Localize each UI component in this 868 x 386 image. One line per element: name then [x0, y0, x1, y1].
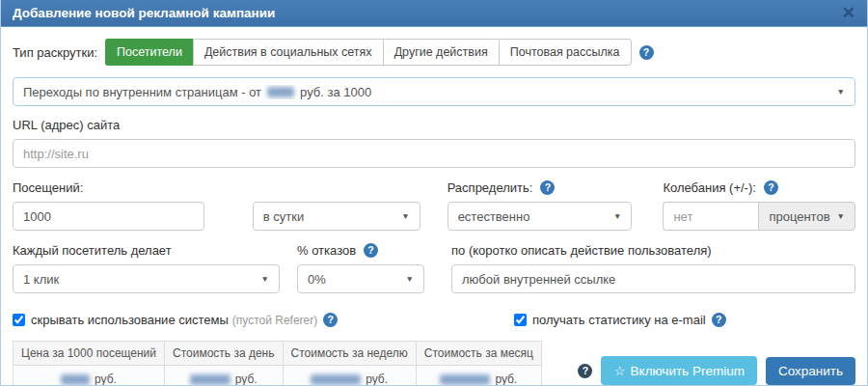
close-icon[interactable]: ✕	[842, 5, 855, 21]
promo-type-row: Тип раскрутки: Посетители Действия в соц…	[13, 39, 855, 66]
promo-type-label: Тип раскрутки:	[13, 45, 97, 60]
action-desc-input[interactable]	[451, 264, 855, 293]
pricing-header-row: Цена за 1000 посещений Стоимость за день…	[14, 342, 542, 366]
promo-type-help-icon[interactable]: ?	[639, 45, 654, 60]
redacted-value	[61, 374, 90, 385]
price-per-month-cell: руб.	[416, 366, 541, 386]
tariff-price-redacted	[267, 87, 294, 97]
pricing-header: Стоимость за месяц	[416, 342, 541, 366]
tariff-select-value-prefix: Переходы по внутренним страницам - от	[23, 85, 261, 99]
footer-help-icon[interactable]: ?	[578, 364, 592, 378]
bounce-select[interactable]: 0% ▼	[297, 264, 424, 293]
visitor-action-select[interactable]: 1 клик ▼	[13, 264, 280, 293]
footer-actions: ? ☆Включить Premium Сохранить	[570, 356, 855, 385]
chevron-down-icon: ▼	[406, 274, 414, 284]
hide-system-label: скрывать использование системы	[31, 313, 229, 327]
tariff-select[interactable]: Переходы по внутренним страницам - от ру…	[13, 77, 855, 106]
visitor-action-label: Каждый посетитель делает	[13, 242, 280, 258]
tariff-select-value-suffix: руб. за 1000	[300, 85, 371, 99]
fluctuation-group: процентов ▼	[663, 202, 855, 231]
distribute-label: Распределить:	[448, 180, 533, 195]
tab-visitors[interactable]: Посетители	[105, 39, 193, 66]
redacted-value	[190, 374, 231, 385]
promo-type-tabs: Посетители Действия в социальных сетях Д…	[105, 39, 631, 66]
distribute-select[interactable]: естественно ▼	[448, 202, 633, 231]
bounce-label: % отказов	[297, 243, 356, 258]
price-per-week-cell: руб.	[283, 366, 416, 386]
visitor-action-row: Каждый посетитель делает 1 клик ▼ % отка…	[13, 242, 855, 293]
visits-label: Посещений:	[13, 179, 204, 195]
modal-body: Тип раскрутки: Посетители Действия в соц…	[1, 27, 867, 386]
bounce-help-icon[interactable]: ?	[364, 243, 378, 258]
modal-header: Добавление новой рекламной кампании ✕	[1, 0, 867, 27]
tab-mailing[interactable]: Почтовая рассылка	[499, 39, 632, 66]
checkboxes-row: скрывать использование системы (пустой R…	[13, 313, 855, 327]
save-button[interactable]: Сохранить	[766, 357, 855, 385]
hide-system-note: (пустой Referer)	[232, 314, 317, 327]
visits-input[interactable]	[13, 202, 204, 231]
pricing-header: Стоимость за день	[165, 342, 283, 366]
tab-social-actions[interactable]: Действия в социальных сетях	[193, 39, 383, 66]
url-label: URL (адрес) сайта	[13, 118, 855, 132]
price-per-day-cell: руб.	[165, 366, 283, 386]
star-icon: ☆	[613, 364, 625, 378]
chevron-down-icon: ▼	[401, 211, 409, 221]
fluctuation-input[interactable]	[663, 202, 758, 231]
enable-premium-button[interactable]: ☆Включить Premium	[601, 356, 756, 385]
email-stats-help-icon[interactable]: ?	[712, 313, 726, 327]
fluctuation-label: Колебания (+/-):	[663, 180, 755, 195]
fluctuation-help-icon[interactable]: ?	[764, 180, 778, 195]
add-campaign-modal: Добавление новой рекламной кампании ✕ Ти…	[0, 0, 868, 386]
chevron-down-icon: ▼	[837, 211, 845, 221]
hide-system-checkbox[interactable]	[13, 314, 25, 326]
email-stats-checkbox[interactable]	[514, 314, 527, 326]
pricing-value-row: руб. руб. руб. руб.	[14, 366, 542, 386]
redacted-value	[440, 374, 490, 385]
visits-row: Посещений: в сутки ▼ Распределить: ? ест…	[13, 179, 855, 231]
url-input[interactable]	[13, 139, 855, 168]
redacted-value	[311, 374, 361, 385]
price-per-1000-cell: руб.	[14, 366, 165, 386]
modal-title: Добавление новой рекламной кампании	[13, 6, 275, 20]
bottom-row: Цена за 1000 посещений Стоимость за день…	[13, 341, 855, 386]
chevron-down-icon: ▼	[261, 274, 269, 284]
period-select[interactable]: в сутки ▼	[253, 202, 420, 231]
pricing-table: Цена за 1000 посещений Стоимость за день…	[13, 341, 542, 386]
hide-system-help-icon[interactable]: ?	[323, 313, 338, 327]
action-desc-label: по (коротко описать действие пользовател…	[451, 242, 855, 258]
chevron-down-icon: ▼	[613, 211, 621, 221]
distribute-help-icon[interactable]: ?	[540, 180, 555, 195]
pricing-header: Стоимость за неделю	[283, 342, 416, 366]
chevron-down-icon: ▼	[837, 87, 845, 96]
pricing-header: Цена за 1000 посещений	[14, 342, 165, 366]
email-stats-label: получать статистику на e-mail	[532, 313, 706, 327]
tab-other-actions[interactable]: Другие действия	[383, 39, 499, 66]
fluctuation-unit-select[interactable]: процентов ▼	[758, 202, 855, 231]
